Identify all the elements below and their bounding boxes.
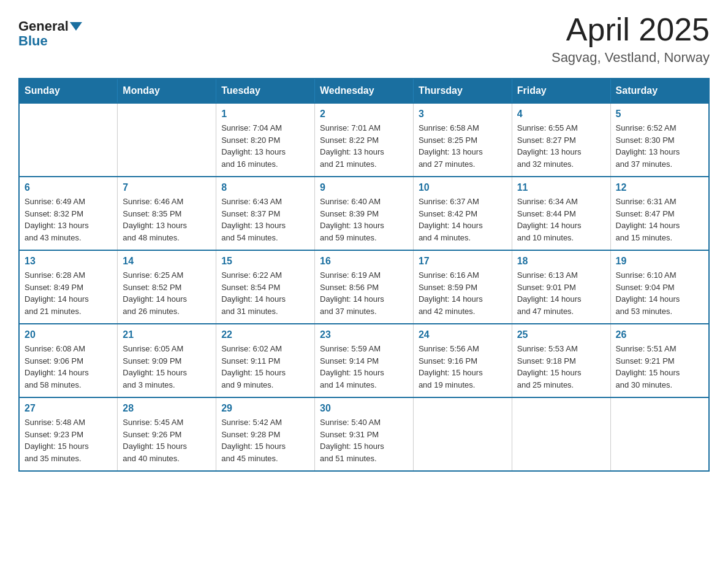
day-info-13: Sunrise: 6:28 AM Sunset: 8:49 PM Dayligh… — [25, 269, 112, 317]
header-tuesday: Tuesday — [216, 79, 315, 103]
day-info-9: Sunrise: 6:40 AM Sunset: 8:39 PM Dayligh… — [320, 196, 408, 243]
day-info-3: Sunrise: 6:58 AM Sunset: 8:25 PM Dayligh… — [419, 122, 507, 170]
day-info-1: Sunrise: 7:04 AM Sunset: 8:20 PM Dayligh… — [221, 122, 309, 170]
day-number-3: 3 — [419, 109, 507, 120]
days-of-week-row: Sunday Monday Tuesday Wednesday Thursday… — [19, 79, 709, 103]
day-info-11: Sunrise: 6:34 AM Sunset: 8:44 PM Dayligh… — [517, 196, 605, 243]
day-number-8: 8 — [221, 182, 309, 193]
day-info-10: Sunrise: 6:37 AM Sunset: 8:42 PM Dayligh… — [419, 196, 507, 243]
day-info-30: Sunrise: 5:40 AM Sunset: 9:31 PM Dayligh… — [320, 416, 408, 464]
calendar-cell-w1-d2 — [118, 103, 216, 177]
day-number-14: 14 — [123, 256, 211, 267]
calendar-cell-w2-d2: 7Sunrise: 6:46 AM Sunset: 8:35 PM Daylig… — [118, 177, 216, 250]
day-info-21: Sunrise: 6:05 AM Sunset: 9:09 PM Dayligh… — [123, 343, 211, 391]
day-number-24: 24 — [419, 329, 507, 340]
day-info-15: Sunrise: 6:22 AM Sunset: 8:54 PM Dayligh… — [221, 269, 309, 317]
calendar-cell-w1-d7: 5Sunrise: 6:52 AM Sunset: 8:30 PM Daylig… — [610, 103, 709, 177]
location-text: Sagvag, Vestland, Norway — [552, 50, 710, 66]
calendar-cell-w5-d2: 28Sunrise: 5:45 AM Sunset: 9:26 PM Dayli… — [118, 397, 216, 471]
header-sunday: Sunday — [19, 79, 118, 103]
calendar-cell-w5-d5 — [413, 397, 512, 471]
day-number-2: 2 — [320, 109, 408, 120]
day-number-26: 26 — [616, 329, 703, 340]
day-info-14: Sunrise: 6:25 AM Sunset: 8:52 PM Dayligh… — [123, 269, 211, 317]
day-number-27: 27 — [25, 403, 112, 414]
calendar-cell-w1-d5: 3Sunrise: 6:58 AM Sunset: 8:25 PM Daylig… — [413, 103, 512, 177]
calendar-cell-w3-d1: 13Sunrise: 6:28 AM Sunset: 8:49 PM Dayli… — [19, 250, 118, 324]
day-info-2: Sunrise: 7:01 AM Sunset: 8:22 PM Dayligh… — [320, 122, 408, 170]
logo-arrow-icon — [70, 22, 82, 31]
day-number-20: 20 — [25, 329, 112, 340]
calendar-cell-w3-d3: 15Sunrise: 6:22 AM Sunset: 8:54 PM Dayli… — [216, 250, 315, 324]
page-header: General Blue April 2025 Sagvag, Vestland… — [18, 12, 710, 66]
day-number-11: 11 — [517, 182, 605, 193]
calendar-cell-w3-d2: 14Sunrise: 6:25 AM Sunset: 8:52 PM Dayli… — [118, 250, 216, 324]
day-number-21: 21 — [123, 329, 211, 340]
calendar-cell-w1-d4: 2Sunrise: 7:01 AM Sunset: 8:22 PM Daylig… — [315, 103, 414, 177]
day-info-7: Sunrise: 6:46 AM Sunset: 8:35 PM Dayligh… — [123, 196, 211, 243]
title-block: April 2025 Sagvag, Vestland, Norway — [552, 12, 710, 66]
day-number-19: 19 — [616, 256, 703, 267]
day-number-4: 4 — [517, 109, 605, 120]
header-thursday: Thursday — [413, 79, 512, 103]
day-info-25: Sunrise: 5:53 AM Sunset: 9:18 PM Dayligh… — [517, 343, 605, 391]
calendar-cell-w2-d1: 6Sunrise: 6:49 AM Sunset: 8:32 PM Daylig… — [19, 177, 118, 250]
day-number-16: 16 — [320, 256, 408, 267]
day-number-18: 18 — [517, 256, 605, 267]
day-info-27: Sunrise: 5:48 AM Sunset: 9:23 PM Dayligh… — [25, 416, 112, 464]
week-row-5: 27Sunrise: 5:48 AM Sunset: 9:23 PM Dayli… — [19, 397, 709, 471]
day-number-10: 10 — [419, 182, 507, 193]
day-number-28: 28 — [123, 403, 211, 414]
calendar-cell-w3-d6: 18Sunrise: 6:13 AM Sunset: 9:01 PM Dayli… — [512, 250, 610, 324]
day-number-23: 23 — [320, 329, 408, 340]
day-info-18: Sunrise: 6:13 AM Sunset: 9:01 PM Dayligh… — [517, 269, 605, 317]
calendar-cell-w5-d1: 27Sunrise: 5:48 AM Sunset: 9:23 PM Dayli… — [19, 397, 118, 471]
calendar-header: Sunday Monday Tuesday Wednesday Thursday… — [19, 79, 709, 103]
calendar-cell-w4-d3: 22Sunrise: 6:02 AM Sunset: 9:11 PM Dayli… — [216, 324, 315, 397]
calendar-cell-w2-d3: 8Sunrise: 6:43 AM Sunset: 8:37 PM Daylig… — [216, 177, 315, 250]
day-info-19: Sunrise: 6:10 AM Sunset: 9:04 PM Dayligh… — [616, 269, 703, 317]
week-row-1: 1Sunrise: 7:04 AM Sunset: 8:20 PM Daylig… — [19, 103, 709, 177]
calendar-body: 1Sunrise: 7:04 AM Sunset: 8:20 PM Daylig… — [19, 103, 709, 471]
calendar-cell-w5-d7 — [610, 397, 709, 471]
day-info-6: Sunrise: 6:49 AM Sunset: 8:32 PM Dayligh… — [25, 196, 112, 243]
day-info-29: Sunrise: 5:42 AM Sunset: 9:28 PM Dayligh… — [221, 416, 309, 464]
calendar-cell-w5-d4: 30Sunrise: 5:40 AM Sunset: 9:31 PM Dayli… — [315, 397, 414, 471]
day-number-12: 12 — [616, 182, 703, 193]
day-info-12: Sunrise: 6:31 AM Sunset: 8:47 PM Dayligh… — [616, 196, 703, 243]
calendar-cell-w2-d5: 10Sunrise: 6:37 AM Sunset: 8:42 PM Dayli… — [413, 177, 512, 250]
day-number-15: 15 — [221, 256, 309, 267]
calendar-cell-w4-d6: 25Sunrise: 5:53 AM Sunset: 9:18 PM Dayli… — [512, 324, 610, 397]
header-monday: Monday — [118, 79, 216, 103]
calendar-cell-w3-d5: 17Sunrise: 6:16 AM Sunset: 8:59 PM Dayli… — [413, 250, 512, 324]
day-info-8: Sunrise: 6:43 AM Sunset: 8:37 PM Dayligh… — [221, 196, 309, 243]
day-info-26: Sunrise: 5:51 AM Sunset: 9:21 PM Dayligh… — [616, 343, 703, 391]
calendar-cell-w4-d1: 20Sunrise: 6:08 AM Sunset: 9:06 PM Dayli… — [19, 324, 118, 397]
calendar-cell-w5-d6 — [512, 397, 610, 471]
header-saturday: Saturday — [610, 79, 709, 103]
calendar-cell-w4-d4: 23Sunrise: 5:59 AM Sunset: 9:14 PM Dayli… — [315, 324, 414, 397]
day-number-9: 9 — [320, 182, 408, 193]
day-info-24: Sunrise: 5:56 AM Sunset: 9:16 PM Dayligh… — [419, 343, 507, 391]
day-number-29: 29 — [221, 403, 309, 414]
day-number-30: 30 — [320, 403, 408, 414]
logo-general-text: General — [18, 18, 69, 34]
logo-blue-text: Blue — [18, 33, 48, 49]
calendar-cell-w1-d3: 1Sunrise: 7:04 AM Sunset: 8:20 PM Daylig… — [216, 103, 315, 177]
calendar-cell-w4-d2: 21Sunrise: 6:05 AM Sunset: 9:09 PM Dayli… — [118, 324, 216, 397]
calendar-cell-w2-d4: 9Sunrise: 6:40 AM Sunset: 8:39 PM Daylig… — [315, 177, 414, 250]
day-number-5: 5 — [616, 109, 703, 120]
week-row-2: 6Sunrise: 6:49 AM Sunset: 8:32 PM Daylig… — [19, 177, 709, 250]
day-info-4: Sunrise: 6:55 AM Sunset: 8:27 PM Dayligh… — [517, 122, 605, 170]
day-info-16: Sunrise: 6:19 AM Sunset: 8:56 PM Dayligh… — [320, 269, 408, 317]
day-info-5: Sunrise: 6:52 AM Sunset: 8:30 PM Dayligh… — [616, 122, 703, 170]
logo: General Blue — [18, 18, 82, 49]
calendar-cell-w3-d4: 16Sunrise: 6:19 AM Sunset: 8:56 PM Dayli… — [315, 250, 414, 324]
calendar-cell-w5-d3: 29Sunrise: 5:42 AM Sunset: 9:28 PM Dayli… — [216, 397, 315, 471]
header-wednesday: Wednesday — [315, 79, 414, 103]
day-info-17: Sunrise: 6:16 AM Sunset: 8:59 PM Dayligh… — [419, 269, 507, 317]
day-info-22: Sunrise: 6:02 AM Sunset: 9:11 PM Dayligh… — [221, 343, 309, 391]
week-row-3: 13Sunrise: 6:28 AM Sunset: 8:49 PM Dayli… — [19, 250, 709, 324]
calendar-cell-w1-d6: 4Sunrise: 6:55 AM Sunset: 8:27 PM Daylig… — [512, 103, 610, 177]
calendar-table: Sunday Monday Tuesday Wednesday Thursday… — [18, 78, 710, 472]
